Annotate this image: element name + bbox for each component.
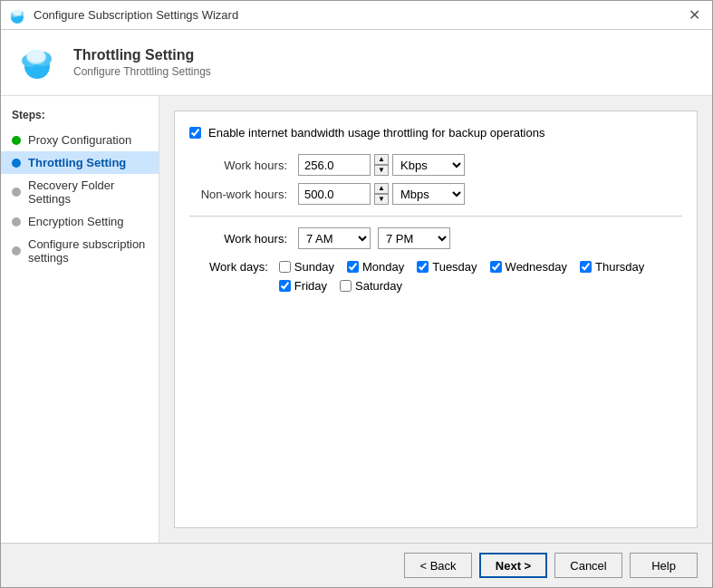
- title-bar: Configure Subscription Settings Wizard ✕: [1, 1, 712, 30]
- checkbox-tuesday[interactable]: [417, 261, 429, 273]
- checkbox-friday[interactable]: [279, 280, 291, 292]
- non-work-hours-unit-select[interactable]: Kbps Mbps: [392, 183, 465, 205]
- header-cloud-icon: [15, 41, 59, 84]
- day-saturday-label: Saturday: [355, 279, 402, 293]
- back-button[interactable]: < Back: [404, 553, 472, 578]
- help-button[interactable]: Help: [630, 553, 698, 578]
- day-thursday: Thursday: [580, 260, 644, 274]
- sidebar-item-label: Proxy Configuration: [28, 133, 131, 147]
- steps-label: Steps:: [1, 105, 159, 129]
- page-title: Throttling Setting: [73, 47, 211, 63]
- work-hours-label: Work hours:: [189, 159, 298, 172]
- day-sunday-label: Sunday: [294, 260, 334, 274]
- day-thursday-label: Thursday: [595, 260, 644, 274]
- close-button[interactable]: ✕: [683, 5, 705, 26]
- day-wednesday: Wednesday: [490, 260, 567, 274]
- day-tuesday-label: Tuesday: [432, 260, 477, 274]
- step-pending-icon: [12, 246, 21, 255]
- day-monday-label: Monday: [362, 260, 404, 274]
- sidebar-item-configure-subscription-settings[interactable]: Configure subscription settings: [1, 233, 159, 269]
- sidebar-item-label: Throttling Setting: [28, 156, 126, 169]
- work-hours-input[interactable]: [298, 154, 371, 176]
- page-subtitle: Configure Throttling Settings: [73, 65, 211, 78]
- day-tuesday: Tuesday: [417, 260, 477, 274]
- non-work-hours-input-group: ▲ ▼ Kbps Mbps: [298, 183, 465, 205]
- enable-throttling-row: Enable internet bandwidth usage throttli…: [189, 126, 682, 140]
- wizard-window: Configure Subscription Settings Wizard ✕…: [0, 0, 713, 588]
- step-pending-icon: [12, 188, 21, 197]
- day-friday-label: Friday: [294, 279, 327, 293]
- work-hours-time-selects: 12 AM1 AM2 AM3 AM 4 AM5 AM6 AM7 AM 8 AM9…: [298, 227, 450, 249]
- day-saturday: Saturday: [340, 279, 402, 293]
- non-work-hours-label: Non-work hours:: [189, 188, 298, 201]
- checkbox-wednesday[interactable]: [490, 261, 502, 273]
- enable-throttling-label: Enable internet bandwidth usage throttli…: [208, 126, 544, 140]
- work-hours-time-label: Work hours:: [189, 232, 298, 246]
- main-area: Enable internet bandwidth usage throttli…: [159, 96, 712, 543]
- work-days-label: Work days:: [189, 260, 279, 274]
- step-pending-icon: [12, 217, 21, 227]
- header-text-block: Throttling Setting Configure Throttling …: [73, 47, 211, 78]
- checkbox-monday[interactable]: [347, 261, 359, 273]
- non-work-hours-field-row: Non-work hours: ▲ ▼ Kbps Mbps: [189, 183, 682, 205]
- checkbox-thursday[interactable]: [580, 261, 592, 273]
- step-active-icon: [12, 159, 21, 168]
- step-done-icon: [12, 136, 21, 145]
- work-hours-time-row: Work hours: 12 AM1 AM2 AM3 AM 4 AM5 AM6 …: [189, 227, 682, 249]
- wizard-header: Throttling Setting Configure Throttling …: [1, 30, 712, 96]
- sidebar-item-label: Encryption Setting: [28, 215, 124, 228]
- checkbox-sunday[interactable]: [279, 261, 291, 273]
- work-hours-unit-select[interactable]: Kbps Mbps: [392, 154, 465, 176]
- work-hours-spinner: ▲ ▼: [374, 154, 389, 176]
- work-days-checkboxes: Sunday Monday Tuesday Wednesday: [279, 260, 682, 293]
- day-friday: Friday: [279, 279, 327, 293]
- checkbox-saturday[interactable]: [340, 280, 352, 292]
- enable-throttling-checkbox[interactable]: [189, 127, 201, 139]
- next-button[interactable]: Next >: [479, 553, 547, 578]
- non-work-hours-input[interactable]: [298, 183, 371, 205]
- section-divider: [189, 216, 682, 217]
- main-content-panel: Enable internet bandwidth usage throttli…: [174, 111, 698, 528]
- day-wednesday-label: Wednesday: [506, 260, 567, 274]
- day-monday: Monday: [347, 260, 404, 274]
- cancel-button[interactable]: Cancel: [554, 553, 622, 578]
- svg-point-3: [13, 9, 22, 15]
- wizard-body: Steps: Proxy Configuration Throttling Se…: [1, 96, 712, 543]
- sidebar-item-proxy-configuration[interactable]: Proxy Configuration: [1, 129, 159, 151]
- sidebar-item-label: Recovery Folder Settings: [28, 178, 148, 206]
- sidebar-item-encryption-setting[interactable]: Encryption Setting: [1, 210, 159, 233]
- work-days-row: Work days: Sunday Monday Tuesday: [189, 260, 682, 293]
- work-hours-field-row: Work hours: ▲ ▼ Kbps Mbps: [189, 154, 682, 176]
- non-work-hours-spinner: ▲ ▼: [374, 183, 389, 205]
- svg-point-8: [27, 50, 45, 63]
- work-hours-start-select[interactable]: 12 AM1 AM2 AM3 AM 4 AM5 AM6 AM7 AM 8 AM9…: [298, 227, 371, 249]
- sidebar: Steps: Proxy Configuration Throttling Se…: [1, 96, 159, 543]
- non-work-hours-down-button[interactable]: ▼: [374, 194, 389, 205]
- app-icon: [8, 6, 26, 24]
- non-work-hours-up-button[interactable]: ▲: [374, 183, 389, 194]
- sidebar-item-recovery-folder-settings[interactable]: Recovery Folder Settings: [1, 174, 159, 210]
- sidebar-item-label: Configure subscription settings: [28, 237, 148, 265]
- wizard-footer: < Back Next > Cancel Help: [1, 543, 712, 587]
- work-hours-up-button[interactable]: ▲: [374, 154, 389, 165]
- work-hours-down-button[interactable]: ▼: [374, 165, 389, 176]
- window-title: Configure Subscription Settings Wizard: [34, 8, 683, 22]
- work-hours-input-group: ▲ ▼ Kbps Mbps: [298, 154, 465, 176]
- day-sunday: Sunday: [279, 260, 334, 274]
- sidebar-item-throttling-setting[interactable]: Throttling Setting: [1, 151, 159, 174]
- work-hours-end-select[interactable]: 12 AM1 AM2 AM3 AM 4 AM5 AM6 AM7 AM 8 AM9…: [378, 227, 450, 249]
